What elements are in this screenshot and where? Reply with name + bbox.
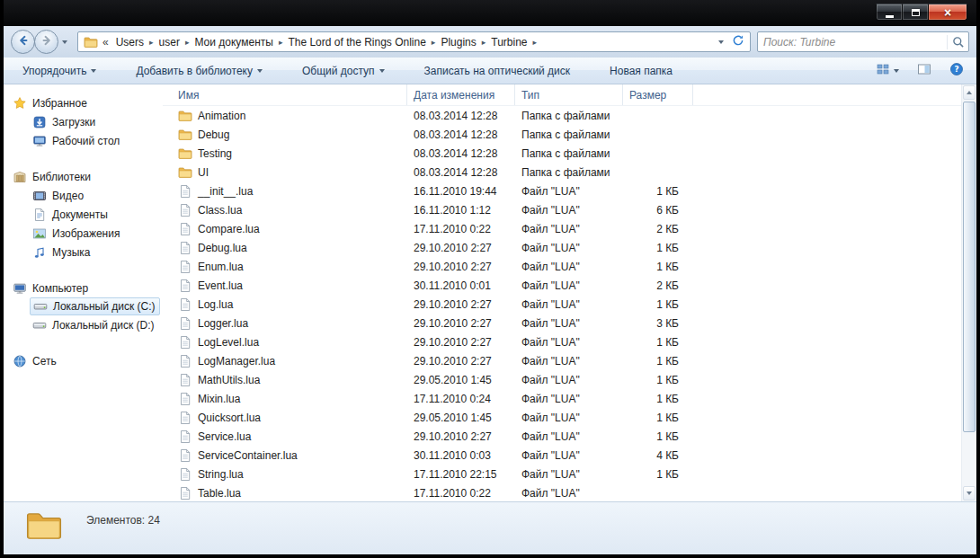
breadcrumb-separator-icon[interactable]: ▸ — [276, 38, 286, 47]
file-name-cell: Compare.lua — [163, 222, 407, 236]
sidebar-item[interactable]: Изображения — [4, 224, 160, 243]
sidebar-item[interactable]: Документы — [4, 205, 160, 224]
vertical-scrollbar[interactable] — [961, 84, 976, 501]
address-folder-icon — [84, 35, 98, 49]
file-row[interactable]: Logger.lua29.10.2010 2:27Файл "LUA"3 КБ — [163, 314, 961, 332]
file-row[interactable]: Table.lua17.11.2010 0:22Файл "LUA" — [163, 483, 961, 501]
sidebar-group[interactable]: Избранное — [4, 93, 160, 112]
toolbar-button[interactable]: Общий доступ — [294, 60, 393, 82]
column-header-1[interactable]: Дата изменения — [407, 84, 515, 105]
file-row[interactable]: Testing08.03.2014 12:28Папка с файлами — [163, 144, 961, 163]
change-view-button[interactable] — [872, 59, 903, 82]
file-row[interactable]: MathUtils.lua29.05.2010 1:45Файл "LUA"1 … — [163, 370, 961, 389]
toolbar-button[interactable]: Добавить в библиотеку — [128, 60, 271, 82]
toolbar-button[interactable]: Упорядочить — [14, 60, 104, 82]
sidebar-item[interactable]: Видео — [4, 186, 160, 205]
minimize-button[interactable] — [876, 4, 903, 21]
scrollbar-thumb[interactable] — [963, 102, 976, 432]
breadcrumb-item[interactable]: Users — [113, 34, 147, 50]
items-count: Элементов: 24 — [86, 514, 160, 527]
file-size: 1 КБ — [623, 242, 693, 254]
sidebar-item[interactable]: Локальный диск (C:) — [30, 297, 160, 315]
file-row[interactable]: Debug08.03.2014 12:28Папка с файлами — [163, 125, 961, 144]
breadcrumb-overflow[interactable]: « — [102, 36, 109, 49]
file-row[interactable]: Debug.lua29.10.2010 2:27Файл "LUA"1 КБ — [163, 238, 961, 257]
file-row[interactable]: Enum.lua29.10.2010 2:27Файл "LUA"1 КБ — [163, 257, 961, 276]
column-header-0[interactable]: Имя — [163, 84, 407, 105]
file-size: 1 КБ — [623, 430, 693, 443]
breadcrumb-separator-icon[interactable]: ▸ — [479, 38, 489, 47]
close-button[interactable]: × — [928, 4, 967, 21]
file-row[interactable]: Class.lua16.11.2010 1:12Файл "LUA"6 КБ — [163, 200, 961, 219]
search-box[interactable] — [757, 31, 969, 52]
sidebar-item[interactable]: Музыка — [4, 243, 160, 261]
column-header-3[interactable]: Размер — [623, 84, 693, 105]
file-row[interactable]: LogManager.lua29.10.2010 2:27Файл "LUA"1… — [163, 351, 961, 370]
breadcrumb-item[interactable]: The Lord of the Rings Online — [285, 34, 428, 50]
file-row[interactable]: Mixin.lua17.11.2010 0:24Файл "LUA"1 КБ — [163, 389, 961, 408]
file-type: Файл "LUA" — [515, 430, 623, 443]
breadcrumb-separator-icon[interactable]: ▸ — [429, 38, 439, 47]
folder-icon — [178, 165, 192, 180]
file-type: Файл "LUA" — [515, 261, 623, 273]
scroll-up-button[interactable] — [963, 85, 976, 100]
breadcrumb-item[interactable]: Мои документы — [192, 34, 275, 50]
help-button[interactable]: ? — [946, 59, 967, 82]
sidebar-item-label: Локальный диск (C:) — [53, 300, 156, 313]
scroll-down-button[interactable] — [963, 486, 976, 500]
recent-locations-button[interactable] — [58, 32, 71, 52]
file-row[interactable]: Service.lua29.10.2010 2:27Файл "LUA"1 КБ — [163, 427, 961, 446]
search-icon[interactable] — [947, 35, 965, 49]
breadcrumb-item[interactable]: Turbine — [488, 34, 530, 50]
file-row[interactable]: ServiceContainer.lua30.11.2010 0:03Файл … — [163, 446, 961, 465]
sidebar-group[interactable]: Библиотеки — [4, 167, 160, 186]
file-name: Compare.lua — [198, 223, 260, 235]
breadcrumb-separator-icon[interactable]: ▸ — [147, 38, 156, 47]
toolbar-right: ? — [872, 59, 967, 82]
file-row[interactable]: __init__.lua16.11.2010 19:44Файл "LUA"1 … — [163, 182, 961, 200]
file-name-cell: Quicksort.lua — [163, 411, 407, 425]
dropdown-caret-icon — [379, 69, 385, 73]
refresh-button[interactable] — [728, 33, 748, 50]
file-name: Enum.lua — [198, 261, 244, 273]
file-date: 29.10.2010 2:27 — [407, 298, 515, 311]
desktop-icon — [32, 134, 47, 148]
sidebar-item[interactable]: Загрузки — [4, 112, 160, 131]
maximize-button[interactable] — [903, 4, 928, 21]
breadcrumb-separator-icon[interactable]: ▸ — [183, 38, 192, 47]
toolbar-button[interactable]: Новая папка — [601, 60, 681, 82]
address-dropdown-button[interactable] — [714, 33, 728, 50]
file-type: Папка с файлами — [515, 166, 623, 179]
sidebar-group[interactable]: Сеть — [4, 351, 160, 370]
scrollbar-track[interactable] — [962, 101, 976, 485]
file-row[interactable]: Log.lua29.10.2010 2:27Файл "LUA"1 КБ — [163, 295, 961, 314]
sidebar-item[interactable]: Рабочий стол — [4, 131, 160, 150]
search-input[interactable] — [763, 36, 947, 49]
sidebar-item[interactable]: Локальный диск (D:) — [4, 315, 160, 334]
sidebar-group[interactable]: Компьютер — [4, 279, 160, 297]
file-name: Testing — [198, 147, 232, 160]
column-header-2[interactable]: Тип — [515, 84, 623, 105]
file-size: 1 КБ — [623, 355, 693, 368]
toolbar-button[interactable]: Записать на оптический диск — [416, 60, 579, 82]
file-type: Файл "LUA" — [515, 204, 623, 217]
back-button[interactable] — [11, 30, 35, 54]
file-row[interactable]: LogLevel.lua29.10.2010 2:27Файл "LUA"1 К… — [163, 332, 961, 351]
address-bar[interactable]: « Users▸user▸Мои документы▸The Lord of t… — [77, 31, 751, 52]
breadcrumb-item[interactable]: user — [156, 34, 183, 50]
breadcrumb-item[interactable]: Plugins — [438, 34, 478, 50]
breadcrumb-separator-icon[interactable]: ▸ — [530, 38, 540, 47]
file-type: Файл "LUA" — [515, 223, 623, 235]
file-row[interactable]: String.lua17.11.2010 22:15Файл "LUA"1 КБ — [163, 465, 961, 483]
file-size: 1 КБ — [623, 412, 693, 424]
preview-pane-button[interactable] — [913, 59, 935, 82]
file-row[interactable]: UI08.03.2014 12:28Папка с файлами — [163, 163, 961, 182]
hdd-icon — [33, 299, 48, 314]
file-row[interactable]: Compare.lua17.11.2010 0:22Файл "LUA"2 КБ — [163, 219, 961, 238]
column-header-label: Тип — [521, 89, 539, 102]
sidebar-group-label: Библиотеки — [32, 171, 91, 183]
file-row[interactable]: Animation08.03.2014 12:28Папка с файлами — [163, 106, 961, 125]
file-row[interactable]: Event.lua30.11.2010 0:01Файл "LUA"2 КБ — [163, 276, 961, 295]
forward-button[interactable] — [34, 30, 58, 54]
file-row[interactable]: Quicksort.lua29.05.2010 1:45Файл "LUA"1 … — [163, 408, 961, 427]
